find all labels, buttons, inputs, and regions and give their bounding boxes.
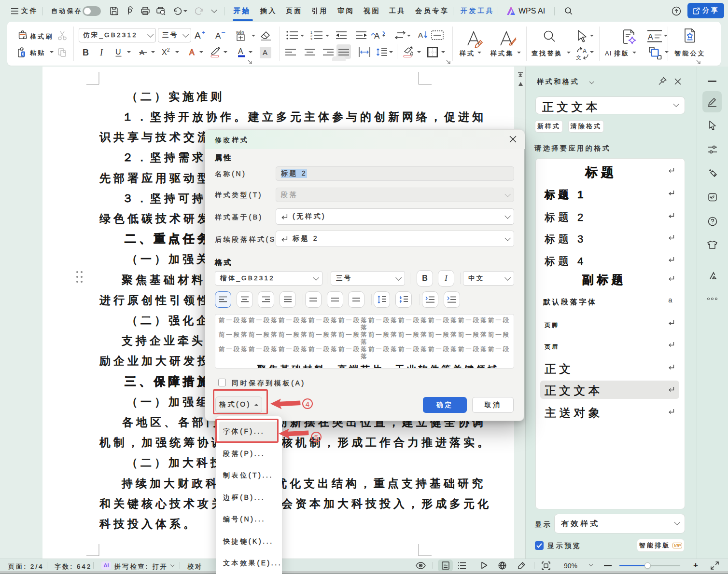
svg-text:A: A: [263, 48, 267, 56]
svg-text:A: A: [418, 31, 423, 39]
svg-text:I: I: [99, 48, 103, 57]
svg-text:X: X: [162, 48, 167, 56]
svg-text:文: 文: [576, 55, 581, 60]
svg-text:A: A: [215, 31, 221, 41]
svg-text:+: +: [202, 30, 205, 36]
svg-text:A: A: [195, 30, 201, 41]
svg-text:A: A: [374, 31, 380, 41]
svg-text:3: 3: [310, 38, 312, 40]
svg-text:U: U: [115, 48, 121, 56]
svg-text:1: 1: [310, 31, 312, 34]
svg-text:2: 2: [310, 34, 312, 38]
svg-text:2: 2: [167, 47, 170, 53]
svg-text:A: A: [583, 48, 587, 55]
svg-text:wén: wén: [236, 30, 244, 35]
svg-text:A: A: [189, 48, 195, 56]
svg-text:A: A: [648, 33, 653, 41]
svg-text:–: –: [222, 30, 225, 36]
svg-text:B: B: [83, 48, 89, 57]
svg-text:A: A: [238, 47, 243, 55]
